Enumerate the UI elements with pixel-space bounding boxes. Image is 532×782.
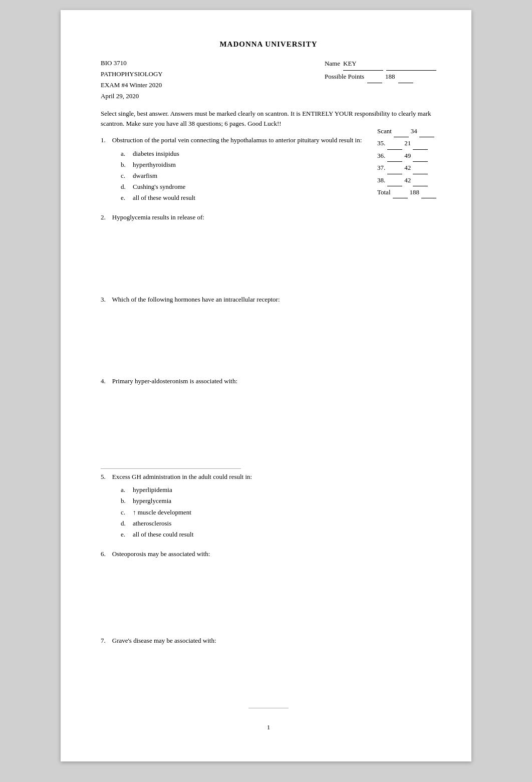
question-3-number: 3.	[101, 296, 106, 303]
exam-info: EXAM #4 Winter 2020	[101, 80, 163, 91]
score-label-1: 35.	[377, 137, 385, 149]
choice-5a: a. hyperlipidemia	[121, 484, 436, 495]
question-5-number: 5.	[101, 473, 106, 480]
score-line-0: Scant 34	[377, 125, 436, 137]
page-number: 1	[101, 723, 436, 731]
score-underline-2	[413, 150, 428, 162]
question-5-content: Excess GH administration in the adult co…	[112, 473, 252, 480]
header-block: BIO 3710 PATHOPHYSIOLOGY EXAM #4 Winter …	[101, 58, 436, 102]
question-4-content: Primary hyper-aldosteronism is associate…	[112, 377, 237, 385]
score-underline-pre-total	[393, 186, 408, 198]
question-5: 5. Excess GH administration in the adult…	[101, 472, 436, 540]
scores-box: Scant 34 35. 21 36. 49 37. 42 38.	[377, 125, 436, 198]
choice-text-1d: Cushing's syndrome	[133, 181, 185, 192]
score-underline-1	[413, 137, 428, 149]
question-4-text: 4. Primary hyper-aldosteronism is associ…	[101, 376, 436, 386]
bottom-divider	[248, 708, 289, 708]
divider-line	[101, 468, 241, 469]
question-2-content: Hypoglycemia results in release of:	[112, 213, 204, 221]
score-value-1: 21	[404, 137, 411, 149]
choice-text-5e: all of these could result	[133, 529, 193, 540]
points-value: 188	[385, 71, 395, 83]
score-underline-pre2	[387, 150, 402, 162]
question-6-content: Osteoporosis may be associated with:	[112, 550, 210, 558]
choice-label-5b: b.	[121, 495, 129, 506]
choice-text-5d: atherosclerosis	[133, 518, 171, 529]
choice-5b: b. hyperglycemia	[121, 495, 436, 506]
spacer-7	[101, 649, 436, 699]
student-info: Name KEY Possible Points 188	[325, 58, 436, 102]
choice-text-5b: hyperglycemia	[133, 495, 171, 506]
question-5-text: 5. Excess GH administration in the adult…	[101, 472, 436, 482]
name-blank	[386, 58, 436, 71]
exam-date: April 29, 2020	[101, 91, 163, 102]
question-6-text: 6. Osteoporosis may be associated with:	[101, 549, 436, 559]
choice-text-1c: dwarfism	[133, 170, 157, 181]
score-label-2: 36.	[377, 150, 385, 162]
question-5-choices: a. hyperlipidemia b. hyperglycemia c. ↑ …	[121, 484, 436, 540]
score-value-2: 49	[404, 150, 411, 162]
score-underline-pre1	[387, 137, 402, 149]
score-underline-total	[421, 186, 436, 198]
points-blank	[367, 71, 382, 84]
question-6-number: 6.	[101, 550, 106, 558]
choice-text-1b: hyperthyroidism	[133, 159, 176, 170]
choice-5e: e. all of these could result	[121, 529, 436, 540]
score-line-1: 35. 21	[377, 137, 436, 149]
choice-label-5e: e.	[121, 529, 129, 540]
name-line: Name KEY	[325, 58, 436, 71]
spacer-3	[101, 307, 436, 367]
name-label: Name	[325, 58, 340, 70]
points-line: Possible Points 188	[325, 71, 436, 84]
choice-text-5a: hyperlipidemia	[133, 484, 172, 495]
score-label-total: Total	[377, 186, 391, 198]
choice-5d: d. atherosclerosis	[121, 518, 436, 529]
choice-text-5c: ↑ muscle development	[133, 507, 191, 518]
question-7-content: Grave's disease may be associated with:	[112, 637, 216, 644]
choice-label-5d: d.	[121, 518, 129, 529]
spacer-6	[101, 562, 436, 627]
university-title: MADONNA UNIVERSITY	[101, 40, 436, 49]
score-line-total: Total 188	[377, 186, 436, 198]
score-line-4: 38. 42	[377, 174, 436, 186]
question-3: 3. Which of the following hormones have …	[101, 295, 436, 368]
choice-label-1a: a.	[121, 148, 129, 159]
points-blank2	[398, 71, 413, 84]
question-4: 4. Primary hyper-aldosteronism is associ…	[101, 376, 436, 459]
score-value-total: 188	[410, 186, 420, 198]
score-label-0: Scant	[377, 125, 392, 137]
score-underline-4	[413, 174, 428, 186]
score-value-3: 42	[404, 162, 411, 174]
points-label: Possible Points	[325, 71, 364, 83]
score-underline-pre4	[387, 174, 402, 186]
score-value-0: 34	[411, 125, 417, 137]
choice-label-5c: c.	[121, 507, 129, 518]
name-value: KEY	[343, 58, 383, 71]
score-underline-3	[413, 162, 428, 174]
question-6: 6. Osteoporosis may be associated with:	[101, 549, 436, 627]
question-2-text: 2. Hypoglycemia results in release of:	[101, 212, 436, 222]
choice-5c: c. ↑ muscle development	[121, 507, 436, 518]
question-3-text: 3. Which of the following hormones have …	[101, 295, 436, 305]
score-underline-pre	[394, 125, 409, 137]
exam-page: MADONNA UNIVERSITY BIO 3710 PATHOPHYSIOL…	[61, 10, 471, 761]
course-info: BIO 3710 PATHOPHYSIOLOGY EXAM #4 Winter …	[101, 58, 163, 102]
question-1-number: 1.	[101, 136, 106, 144]
question-4-number: 4.	[101, 377, 106, 385]
course-number: BIO 3710	[101, 58, 163, 69]
choice-label-1e: e.	[121, 192, 129, 203]
score-label-3: 37.	[377, 162, 385, 174]
choice-label-5a: a.	[121, 484, 129, 495]
choice-label-1d: d.	[121, 181, 129, 192]
course-name: PATHOPHYSIOLOGY	[101, 69, 163, 80]
question-7: 7. Grave's disease may be associated wit…	[101, 636, 436, 699]
question-3-content: Which of the following hormones have an …	[112, 296, 280, 303]
choice-label-1c: c.	[121, 170, 129, 181]
score-line-2: 36. 49	[377, 150, 436, 162]
score-underline-pre3	[387, 162, 402, 174]
score-label-4: 38.	[377, 174, 385, 186]
score-underline-0	[419, 125, 434, 137]
score-value-4: 42	[404, 174, 411, 186]
question-7-number: 7.	[101, 637, 106, 644]
question-2-number: 2.	[101, 213, 106, 221]
